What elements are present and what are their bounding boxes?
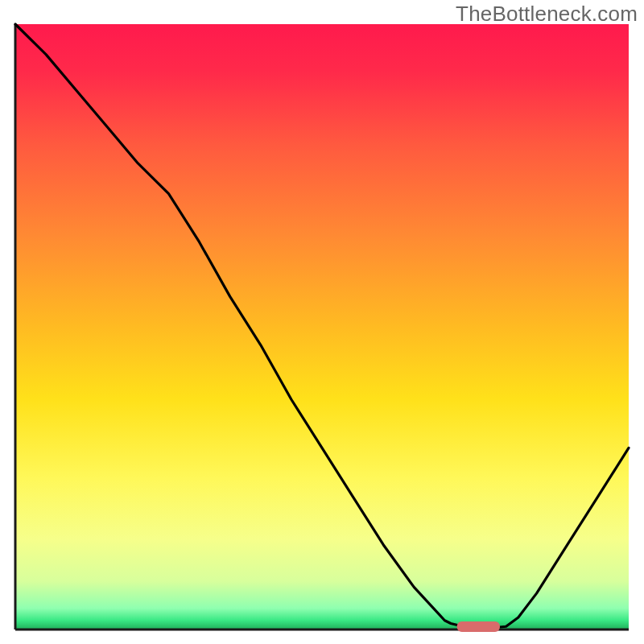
bottleneck-plot [0,0,644,644]
chart-stage: TheBottleneck.com [0,0,644,644]
plot-background [15,24,629,630]
optimal-marker [457,621,500,632]
